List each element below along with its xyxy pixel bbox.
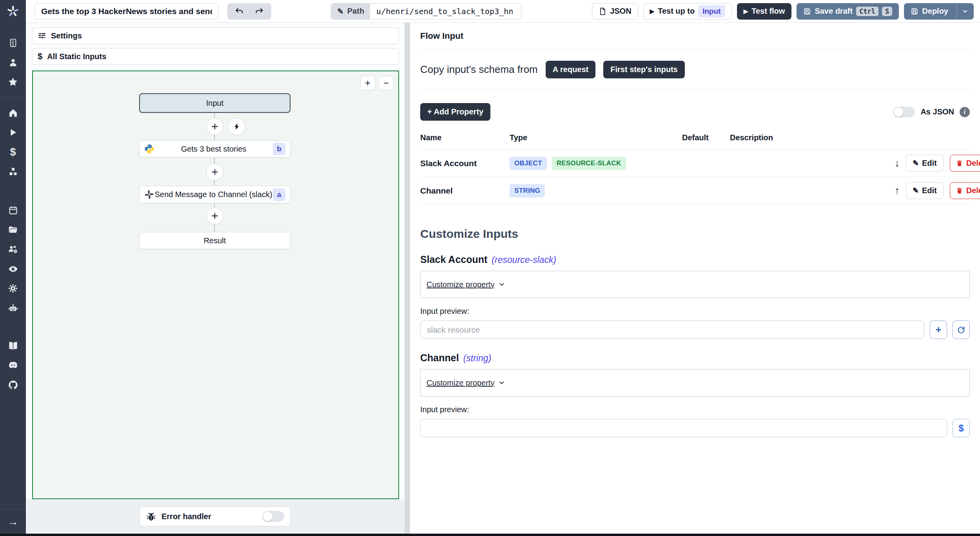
as-json-label: As JSON <box>920 107 954 116</box>
delete-button[interactable]: Delete <box>950 155 980 172</box>
insert-variable-button[interactable]: $ <box>953 419 970 437</box>
move-up-arrow[interactable]: ↑ <box>895 185 900 197</box>
all-static-inputs-bar[interactable]: $ All Static Inputs <box>32 48 399 65</box>
slack-icon <box>144 190 154 199</box>
deploy-dropdown-caret[interactable] <box>956 4 973 19</box>
flow-node-step-b[interactable]: Gets 3 best stories b <box>139 140 290 158</box>
delete-button[interactable]: Delete <box>950 182 980 199</box>
sidebar-divider <box>0 97 26 98</box>
flow-node-input[interactable]: Input <box>139 93 290 113</box>
flow-summary-input[interactable] <box>34 3 219 20</box>
add-trigger-button[interactable] <box>228 118 245 135</box>
flow-node-result[interactable]: Result <box>139 232 290 249</box>
edit-button[interactable]: ✎ Edit <box>906 182 944 199</box>
schedules-calendar-icon[interactable] <box>0 200 26 220</box>
input-preview-label: Input preview: <box>420 405 970 414</box>
settings-gear-icon[interactable] <box>0 279 26 298</box>
kbd-ctrl: Ctrl <box>856 7 878 16</box>
discord-icon[interactable] <box>0 355 26 375</box>
home-icon[interactable] <box>0 103 26 123</box>
undo-button[interactable] <box>230 5 249 18</box>
info-icon[interactable]: i <box>960 107 970 117</box>
undo-redo-group <box>227 3 271 20</box>
test-up-to-button[interactable]: ▶ Test up to Input <box>643 3 732 20</box>
test-flow-button[interactable]: ▶ Test flow <box>737 3 792 20</box>
panel-splitter[interactable] <box>405 23 410 534</box>
edit-button[interactable]: ✎ Edit <box>906 155 944 172</box>
bottom-edge-strip <box>0 534 980 536</box>
deploy-button[interactable]: Deploy <box>904 3 974 20</box>
flow-input-panel: Flow Input Copy input's schema from A re… <box>410 23 980 534</box>
add-step-button[interactable] <box>206 207 223 225</box>
flow-input-title: Flow Input <box>420 23 970 50</box>
redo-button[interactable] <box>250 5 268 18</box>
play-icon: ▶ <box>650 8 655 14</box>
add-step-button[interactable] <box>206 163 223 181</box>
error-handler-toggle[interactable] <box>262 511 284 522</box>
ai-robot-icon[interactable] <box>0 298 26 318</box>
kbd-s: S <box>882 7 892 16</box>
copy-from-request-button[interactable]: A request <box>546 61 596 78</box>
table-row-slack-account: Slack Account OBJECT RESOURCE-SLACK ↓ ✎ … <box>420 150 970 177</box>
docs-book-icon[interactable] <box>0 336 26 355</box>
pencil-icon: ✎ <box>913 186 919 195</box>
error-handler-card[interactable]: Error handler <box>140 507 291 526</box>
pencil-icon: ✎ <box>337 7 344 15</box>
trash-icon <box>956 159 963 167</box>
groups-users-gear-icon[interactable] <box>0 239 26 259</box>
refresh-button[interactable] <box>953 321 970 339</box>
bug-icon <box>146 512 156 522</box>
move-down-arrow[interactable]: ↓ <box>895 157 900 169</box>
runs-play-icon[interactable] <box>0 123 26 142</box>
chevron-down-icon <box>962 8 969 15</box>
section-head-channel: Channel (string) <box>420 352 970 364</box>
audit-eye-icon[interactable] <box>0 259 26 279</box>
variables-dollar-icon[interactable]: $ <box>0 142 26 162</box>
resources-cubes-icon[interactable] <box>0 162 26 181</box>
workspace-icon[interactable] <box>0 33 26 53</box>
favorites-star-icon[interactable] <box>0 72 26 92</box>
slack-resource-input[interactable] <box>420 321 924 339</box>
test-up-to-target-chip: Input <box>698 5 725 18</box>
copy-from-first-step-button[interactable]: First step's inputs <box>603 61 684 78</box>
properties-table: Name Type Default Description Slack Acco… <box>420 133 970 205</box>
zoom-in-button[interactable]: + <box>360 76 375 90</box>
type-badge: STRING <box>510 184 545 197</box>
as-json-toggle[interactable] <box>893 107 915 118</box>
windmill-logo-icon <box>6 5 20 18</box>
section-type: (string) <box>463 353 492 364</box>
lightning-icon <box>233 123 241 130</box>
chevron-down-icon <box>498 379 505 386</box>
plus-icon <box>211 122 219 131</box>
customize-property-link[interactable]: Customize property <box>426 280 505 289</box>
github-icon[interactable] <box>0 375 26 395</box>
all-static-inputs-label: All Static Inputs <box>47 52 106 61</box>
flow-node-step-a[interactable]: Send Message to Channel (slack) a <box>139 186 290 203</box>
json-button[interactable]: JSON <box>592 3 638 20</box>
input-preview-row: $ <box>420 419 970 437</box>
settings-label: Settings <box>51 31 82 40</box>
user-icon[interactable] <box>0 53 26 72</box>
path-input[interactable] <box>370 7 521 16</box>
plus-icon <box>211 212 219 220</box>
zoom-out-button[interactable]: − <box>379 76 394 90</box>
add-resource-button[interactable]: + <box>930 321 947 339</box>
redo-icon <box>254 7 264 16</box>
copy-schema-row: Copy input's schema from A request First… <box>420 61 970 90</box>
expand-sidebar-arrow-icon[interactable]: → <box>0 509 26 534</box>
channel-input[interactable] <box>420 419 947 437</box>
folders-icon[interactable] <box>0 220 26 239</box>
table-row-channel: Channel STRING ↑ ✎ Edit Delete <box>420 177 970 205</box>
save-draft-button[interactable]: Save draft Ctrl S <box>797 3 899 20</box>
add-property-button[interactable]: + Add Property <box>420 103 490 121</box>
customize-property-box: Customize property <box>420 271 970 298</box>
toggle-knob <box>263 512 272 521</box>
topbar-actions: JSON ▶ Test up to Input ▶ Test flow Save… <box>592 3 980 20</box>
toggle-knob <box>894 107 903 117</box>
windmill-logo[interactable] <box>0 0 26 23</box>
flow-settings-bar[interactable]: Settings <box>32 27 399 44</box>
flow-graph-canvas[interactable]: + − Input Ge <box>32 71 399 499</box>
customize-property-link[interactable]: Customize property <box>426 378 505 388</box>
path-label[interactable]: ✎ Path <box>331 4 370 19</box>
add-step-button[interactable] <box>206 118 223 135</box>
